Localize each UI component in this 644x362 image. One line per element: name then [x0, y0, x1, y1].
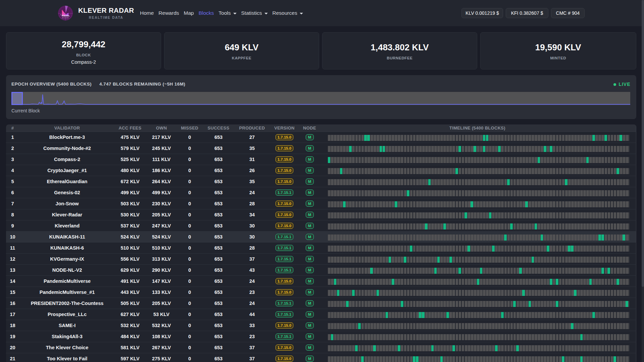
- svg-text:RADAR: RADAR: [62, 17, 69, 19]
- svg-text:Klever: Klever: [62, 14, 69, 17]
